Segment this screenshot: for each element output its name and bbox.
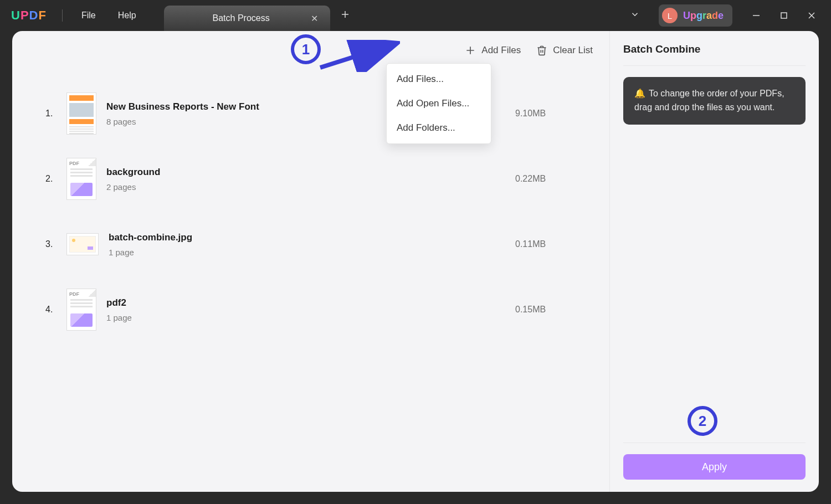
add-files-label: Add Files	[481, 45, 521, 56]
add-files-dropdown: Add Files... Add Open Files... Add Folde…	[386, 63, 491, 144]
close-icon[interactable]: ✕	[309, 11, 320, 26]
tab-title: Batch Process	[174, 13, 309, 23]
close-window-icon[interactable]	[798, 4, 825, 27]
menu-help[interactable]: Help	[107, 11, 147, 20]
titlebar: UPDF File Help Batch Process ✕ L Upgrade	[0, 0, 831, 31]
tab-batch-process[interactable]: Batch Process ✕	[164, 6, 330, 31]
list-item[interactable]: 3. batch-combine.jpg 1 page 0.11MB	[45, 212, 593, 277]
maximize-icon[interactable]	[770, 4, 798, 27]
separator	[62, 9, 63, 22]
list-item[interactable]: 4. PDF pdf2 1 page 0.15MB	[45, 277, 593, 342]
chevron-down-icon[interactable]	[621, 9, 649, 22]
file-thumbnail	[66, 233, 99, 255]
file-name: pdf2	[106, 297, 515, 308]
tip-box: 🔔To change the order of your PDFs, drag …	[623, 77, 806, 125]
file-thumbnail	[66, 92, 96, 135]
side-title: Batch Combine	[623, 43, 806, 66]
file-name: batch-combine.jpg	[109, 232, 515, 243]
svg-line-9	[320, 45, 390, 68]
menu-file[interactable]: File	[70, 11, 107, 20]
dropdown-add-open-files[interactable]: Add Open Files...	[387, 91, 491, 116]
list-item[interactable]: 1. New Business Reports - New Font 8 pag…	[45, 81, 593, 146]
row-number: 4.	[45, 305, 62, 315]
window-controls	[742, 4, 825, 27]
workspace: Add Files Clear List Add Files... Add Op…	[12, 31, 819, 492]
file-size: 9.10MB	[515, 109, 593, 119]
bell-icon: 🔔	[634, 89, 645, 98]
file-size: 0.11MB	[515, 239, 593, 249]
clear-list-label: Clear List	[553, 45, 593, 56]
plus-icon	[465, 45, 476, 56]
main-pane: Add Files Clear List Add Files... Add Op…	[12, 31, 609, 492]
dropdown-add-files[interactable]: Add Files...	[387, 67, 491, 91]
dropdown-add-folders[interactable]: Add Folders...	[387, 116, 491, 140]
file-thumbnail: PDF	[66, 158, 96, 200]
apply-button[interactable]: Apply	[623, 454, 806, 480]
clear-list-button[interactable]: Clear List	[536, 45, 593, 56]
side-panel: Batch Combine 🔔To change the order of yo…	[609, 31, 819, 492]
file-pages: 1 page	[109, 248, 515, 257]
file-name: background	[106, 167, 515, 178]
file-size: 0.22MB	[515, 174, 593, 184]
annotation-badge-2: 2	[688, 406, 717, 436]
file-pages: 2 pages	[106, 182, 515, 192]
row-number: 3.	[45, 239, 62, 249]
list-item[interactable]: 2. PDF background 2 pages 0.22MB	[45, 146, 593, 212]
minimize-icon[interactable]	[742, 4, 770, 27]
file-thumbnail: PDF	[66, 289, 96, 331]
svg-rect-3	[781, 13, 787, 18]
row-number: 2.	[45, 174, 62, 184]
new-tab-button[interactable]	[330, 9, 360, 22]
annotation-arrow-icon	[317, 40, 400, 72]
trash-icon	[536, 45, 547, 56]
upgrade-button[interactable]: L Upgrade	[659, 4, 732, 27]
file-pages: 1 page	[106, 313, 515, 322]
tip-text: To change the order of your PDFs, drag a…	[634, 89, 784, 112]
upgrade-label: Upgrade	[683, 10, 724, 22]
app-logo: UPDF	[6, 8, 54, 23]
add-files-button[interactable]: Add Files	[465, 45, 521, 56]
avatar: L	[662, 8, 678, 23]
row-number: 1.	[45, 109, 62, 119]
file-list: 1. New Business Reports - New Font 8 pag…	[12, 64, 609, 342]
file-size: 0.15MB	[515, 305, 593, 315]
annotation-badge-1: 1	[291, 34, 321, 64]
